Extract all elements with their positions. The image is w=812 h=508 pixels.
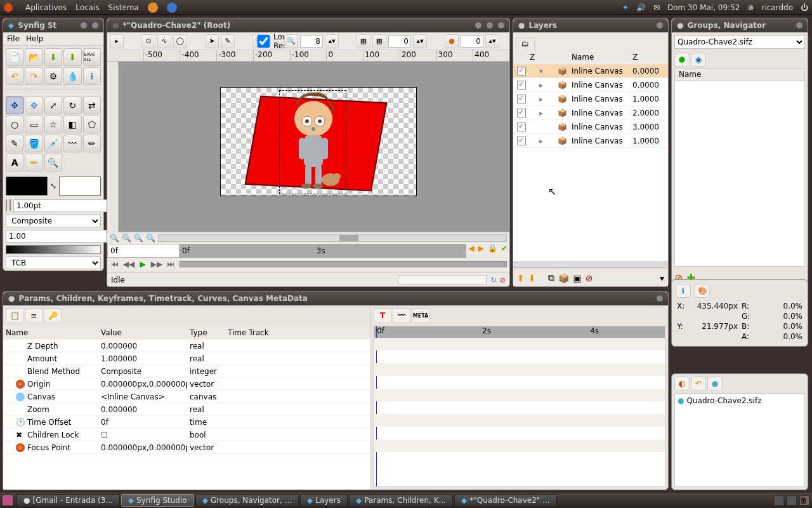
- stroke-width-input[interactable]: [13, 199, 115, 212]
- select-all-icon[interactable]: ▣: [573, 273, 581, 283]
- canvas-viewport[interactable]: [119, 62, 509, 232]
- undo-icon[interactable]: ↶: [6, 67, 23, 85]
- time-input[interactable]: [107, 244, 180, 258]
- menu-system[interactable]: Sistema: [108, 3, 139, 12]
- layer-row[interactable]: ▸📦Inline Canvas2.0000: [513, 106, 668, 120]
- minimize-icon[interactable]: [81, 22, 87, 29]
- about-icon[interactable]: ℹ: [83, 67, 101, 85]
- timetrack-tab-icon[interactable]: T: [374, 308, 391, 323]
- taskbar-item[interactable]: ◆Layers: [300, 494, 348, 507]
- gradient-tool[interactable]: ◧: [63, 116, 81, 133]
- fill-tool[interactable]: 🪣: [25, 135, 43, 152]
- eyedropper-tool[interactable]: 💉: [44, 135, 62, 152]
- params-tab-icon[interactable]: 📋: [6, 308, 23, 323]
- param-row[interactable]: Blend MethodCompositeinteger: [3, 365, 370, 378]
- lower-layer-icon[interactable]: ⬇: [528, 273, 536, 283]
- grid-value[interactable]: [388, 35, 411, 48]
- save-icon[interactable]: ⬇: [44, 48, 62, 66]
- outline-color[interactable]: [6, 177, 48, 196]
- menu-places[interactable]: Locais: [75, 3, 99, 12]
- lowres-spin-icon[interactable]: ▴▾: [325, 34, 339, 48]
- duplicate-layer-icon[interactable]: ⧉: [548, 272, 554, 283]
- palette-tab-icon[interactable]: 🎨: [695, 284, 710, 298]
- fill-color[interactable]: [59, 177, 101, 196]
- new-file-icon[interactable]: 📄: [6, 48, 23, 66]
- param-row[interactable]: Amount1.000000real: [3, 352, 370, 365]
- maximize-icon[interactable]: [487, 22, 493, 29]
- scale-tool[interactable]: ⤢: [44, 97, 62, 114]
- workspace-2[interactable]: [787, 495, 797, 505]
- polygon-tool[interactable]: ⬠: [83, 116, 101, 133]
- param-row[interactable]: Zoom0.000000real: [3, 403, 370, 416]
- time-scrollbar[interactable]: [180, 261, 507, 267]
- h-scrollbar[interactable]: [158, 234, 507, 242]
- info-tab-icon[interactable]: ℹ: [676, 284, 691, 298]
- layer-row[interactable]: 📦Inline Canvas3.0000: [513, 120, 668, 134]
- curves-tab-icon[interactable]: 〰: [393, 308, 410, 323]
- lowres-checkbox[interactable]: [256, 35, 272, 48]
- show-desktop-icon[interactable]: [3, 495, 13, 505]
- param-row[interactable]: 🕐Time Offset0ftime: [3, 416, 370, 429]
- param-row[interactable]: Focus Point0.000000px,0.000000pxvector: [3, 441, 370, 454]
- seek-end-icon[interactable]: ⏭: [166, 259, 176, 269]
- raise-layer-icon[interactable]: ⬆: [517, 273, 525, 283]
- lock-keyframe-icon[interactable]: 🔒: [486, 244, 499, 258]
- save-as-icon[interactable]: ⬇: [63, 48, 81, 66]
- zoom-in-icon[interactable]: 🔍: [146, 234, 155, 243]
- metadata-tab-icon[interactable]: META: [412, 308, 429, 323]
- layer-menu-icon[interactable]: ▾: [660, 273, 664, 283]
- param-row[interactable]: Origin0.000000px,0.000000pxvector: [3, 378, 370, 391]
- groups-tab-icon[interactable]: ⬢: [674, 53, 690, 67]
- visibility-checkbox[interactable]: [517, 81, 526, 90]
- opacity-input[interactable]: [6, 230, 107, 243]
- trash-icon[interactable]: 🗑: [799, 495, 809, 505]
- layer-row[interactable]: ▾📦Inline Canvas0.0000: [513, 64, 668, 78]
- children-tab-icon[interactable]: ≡: [25, 308, 43, 323]
- redo-icon[interactable]: ↷: [25, 67, 43, 85]
- zoom-fit-icon[interactable]: 🔍: [134, 234, 143, 243]
- menu-help[interactable]: Help: [26, 34, 43, 43]
- mail-icon[interactable]: ✉: [653, 3, 660, 12]
- tool4-icon[interactable]: ➤: [205, 34, 219, 48]
- taskbar-item[interactable]: ◆Synfig Studio: [121, 494, 194, 507]
- taskbar-item[interactable]: ◆Params, Children, K...: [349, 494, 453, 507]
- timetrack[interactable]: 0f2s4s: [374, 326, 665, 487]
- layer-row[interactable]: ▸📦Inline Canvas1.0000: [513, 92, 668, 106]
- nav-tab1-icon[interactable]: ◐: [674, 377, 690, 391]
- save-all-icon[interactable]: SAVE ALL: [83, 48, 101, 66]
- visibility-checkbox[interactable]: [517, 95, 526, 104]
- zoom-100-icon[interactable]: 🔍: [122, 234, 131, 243]
- refresh-icon[interactable]: ↻: [490, 276, 497, 284]
- visibility-checkbox[interactable]: [517, 137, 526, 145]
- param-row[interactable]: ✖Children Lock☐bool: [3, 429, 370, 441]
- navigator-tab-icon[interactable]: ◉: [691, 53, 706, 67]
- transform-tool[interactable]: ✥: [6, 97, 23, 114]
- mirror-tool[interactable]: ⇄: [83, 97, 101, 114]
- visibility-checkbox[interactable]: [517, 109, 526, 117]
- seek-back-icon[interactable]: ◀: [466, 244, 476, 258]
- text-tool[interactable]: A: [6, 154, 23, 171]
- taskbar-item[interactable]: ●[Gmail - Entrada (3...: [16, 494, 120, 507]
- open-file-icon[interactable]: 📂: [25, 48, 43, 66]
- zoom-out-icon[interactable]: 🔍: [110, 234, 119, 243]
- swap-colors-icon[interactable]: ⤡: [50, 182, 56, 190]
- param-row[interactable]: Canvas<Inline Canvas>canvas: [3, 391, 370, 403]
- seek-start-icon[interactable]: ⏮: [110, 259, 120, 269]
- param-row[interactable]: Z Depth0.000000real: [3, 340, 370, 352]
- width-tool[interactable]: ✏: [83, 135, 101, 152]
- tool2-icon[interactable]: ∿: [157, 34, 171, 48]
- close-icon[interactable]: [498, 22, 504, 29]
- firefox-icon[interactable]: [148, 3, 158, 13]
- draw-tool[interactable]: ✏: [25, 154, 43, 171]
- settings-icon[interactable]: ⚙: [44, 67, 62, 85]
- layers-tab[interactable]: 🗂: [516, 37, 535, 50]
- tool3-icon[interactable]: ◯: [173, 34, 187, 48]
- menu-file[interactable]: File: [7, 34, 20, 43]
- sketch-tool[interactable]: 〰: [63, 135, 81, 152]
- close-icon[interactable]: [92, 22, 98, 29]
- bline-tool[interactable]: ✎: [6, 135, 23, 152]
- minimize-icon[interactable]: [475, 22, 481, 29]
- grid-show-icon[interactable]: ▦: [357, 34, 370, 48]
- volume-icon[interactable]: 🔊: [636, 3, 646, 12]
- seek-fwd-icon[interactable]: ▶: [476, 244, 486, 258]
